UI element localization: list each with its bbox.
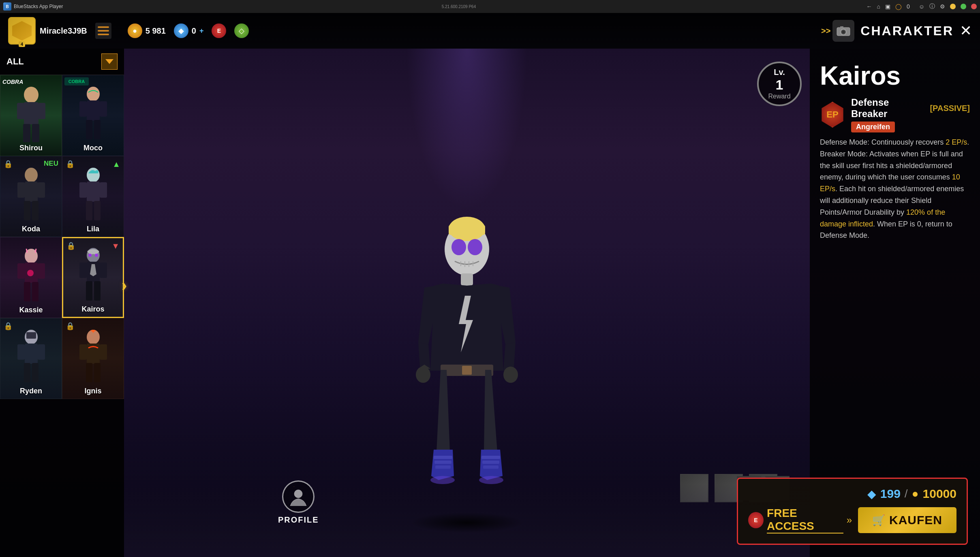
help-icon[interactable]: ⓘ — [929, 3, 935, 10]
char-card-ignis[interactable]: 🔒 Ignis — [62, 318, 124, 399]
char-card-koda[interactable]: 🔒 NEU Koda — [0, 156, 62, 237]
svg-rect-29 — [100, 182, 107, 198]
damage-multiplier-value: 120% of the damage inflicted — [820, 208, 945, 228]
koda-lock-icon: 🔒 — [4, 160, 13, 169]
scroll-arrow-right[interactable]: › — [122, 276, 127, 294]
camera-icon[interactable] — [832, 20, 854, 42]
svg-rect-10 — [38, 103, 45, 119]
kairos-character-figure — [402, 217, 532, 521]
free-access-ep-icon: E — [748, 512, 764, 528]
svg-rect-43 — [79, 262, 87, 278]
char-card-kairos[interactable]: 🔒 ▼ Kairos — [62, 237, 124, 318]
svg-rect-24 — [24, 201, 30, 220]
char-display — [386, 201, 548, 533]
kairos-badge: ▼ — [111, 241, 120, 251]
filter-dropdown[interactable] — [101, 53, 118, 70]
buy-button[interactable]: 🛒 KAUFEN — [858, 507, 956, 533]
svg-point-82 — [294, 490, 302, 498]
char-card-shirou[interactable]: COBRA Shirou — [0, 75, 62, 156]
app-version: 5.21.600.2109 P64 — [442, 4, 867, 9]
svg-point-7 — [24, 87, 39, 103]
skill-type: [PASSIVE] — [930, 104, 970, 113]
svg-rect-49 — [25, 344, 38, 364]
char-label-moco: Moco — [62, 144, 124, 152]
free-access-arrows-icon: » — [847, 514, 852, 526]
account-icon[interactable]: ☺ — [919, 3, 924, 10]
svg-point-81 — [479, 476, 503, 484]
svg-rect-58 — [86, 363, 92, 382]
svg-rect-78 — [482, 461, 499, 464]
nav-refresh-icon[interactable]: ▣ — [885, 3, 890, 10]
maximize-button[interactable] — [961, 4, 966, 9]
gold-value: 5 981 — [146, 26, 166, 36]
currency-diamond-item[interactable]: ◆ 0 + — [174, 23, 204, 38]
svg-rect-28 — [79, 182, 87, 198]
nav-back-icon[interactable]: ← — [866, 3, 872, 10]
char-card-kassie[interactable]: Kassie — [0, 237, 62, 318]
close-section-button[interactable]: ✕ — [960, 22, 972, 39]
svg-rect-21 — [25, 181, 38, 202]
svg-rect-38 — [32, 282, 39, 301]
diamond-plus[interactable]: + — [199, 27, 204, 35]
player-info: 4 Miracle3J9B — [8, 17, 111, 45]
svg-rect-48 — [26, 332, 36, 339]
svg-rect-18 — [86, 120, 92, 139]
svg-rect-16 — [79, 101, 87, 117]
svg-rect-35 — [17, 263, 25, 279]
svg-rect-25 — [32, 201, 39, 220]
svg-rect-59 — [94, 363, 101, 382]
profile-label: PROFILE — [278, 515, 319, 525]
char-card-ryden[interactable]: 🔒 Ryden — [0, 318, 62, 399]
svg-rect-17 — [100, 101, 107, 117]
svg-rect-27 — [87, 181, 100, 202]
currency-chest-item: ◇ — [234, 23, 249, 38]
currency-coins-icon: ◯ — [895, 3, 902, 10]
profile-icon — [282, 480, 315, 513]
svg-rect-37 — [24, 282, 30, 301]
svg-rect-50 — [17, 344, 25, 360]
purchase-price: ◆ 199 / ● 10000 — [748, 487, 956, 501]
svg-rect-30 — [86, 201, 92, 220]
skill-name: Defense Breaker — [851, 97, 924, 120]
currency-gold-item[interactable]: ● 5 981 — [128, 23, 166, 38]
ep-recovery-value: 2 EP/s — [946, 138, 967, 146]
char-label-kairos: Kairos — [63, 305, 123, 314]
app-title: BlueStacks App Player — [14, 4, 439, 9]
menu-icon[interactable] — [95, 23, 111, 39]
svg-rect-69 — [461, 273, 473, 286]
level-indicator: Lv. 1 Reward — [757, 62, 802, 106]
char-label-lila: Lila — [62, 225, 124, 233]
char-label-ignis: Ignis — [62, 387, 124, 395]
nav-home-icon[interactable]: ⌂ — [877, 3, 880, 10]
player-avatar: 4 — [8, 17, 36, 45]
minimize-button[interactable] — [950, 4, 956, 9]
buy-label: KAUFEN — [889, 513, 942, 527]
level-prefix: Lv. — [774, 68, 785, 77]
gold-icon: ● — [128, 23, 142, 38]
close-button[interactable] — [971, 4, 977, 9]
skill-icon-container: EP — [820, 102, 845, 128]
nav-right: >> CHARAKTER ✕ — [821, 20, 972, 42]
reward-label: Reward — [768, 93, 790, 100]
free-access-button[interactable]: E FREE ACCESS » — [748, 507, 852, 534]
char-label-koda: Koda — [0, 225, 62, 233]
nav-arrows-icon: >> — [821, 26, 830, 36]
svg-point-26 — [87, 168, 100, 182]
settings-icon[interactable]: ⚙ — [940, 3, 945, 10]
char-label-kassie: Kassie — [0, 306, 62, 314]
skill-header: EP Defense Breaker [PASSIVE] Angreifen — [820, 97, 970, 132]
character-grid: COBRA Shirou COBRA — [0, 75, 124, 399]
svg-rect-79 — [483, 465, 499, 469]
level-number: 1 — [776, 77, 783, 93]
char-card-lila[interactable]: 🔒 ▲ Lila — [62, 156, 124, 237]
purchase-panel: ◆ 199 / ● 10000 E FREE ACCESS » 🛒 KAUFEN — [737, 478, 968, 545]
nav-camera-group: >> — [821, 20, 854, 42]
purchase-buttons: E FREE ACCESS » 🛒 KAUFEN — [748, 507, 956, 534]
kairos-lock-icon: 🔒 — [66, 241, 75, 250]
svg-point-14 — [87, 87, 100, 101]
filter-bar: ALL — [0, 49, 124, 75]
char-card-moco[interactable]: COBRA Moco — [62, 75, 124, 156]
profile-button[interactable]: PROFILE — [278, 480, 319, 525]
top-nav: 4 Miracle3J9B ● 5 981 ◆ 0 + — [0, 13, 980, 49]
svg-rect-1 — [98, 30, 109, 32]
